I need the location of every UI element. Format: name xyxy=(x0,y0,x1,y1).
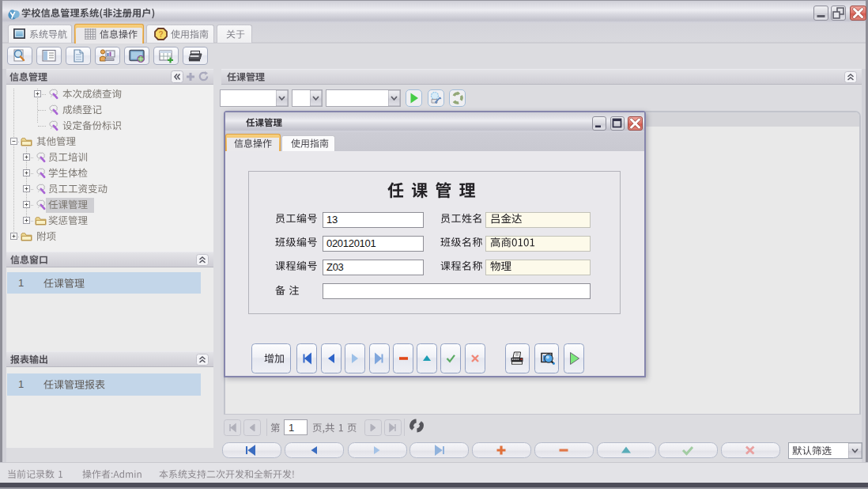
svg-text:?: ? xyxy=(158,30,163,39)
